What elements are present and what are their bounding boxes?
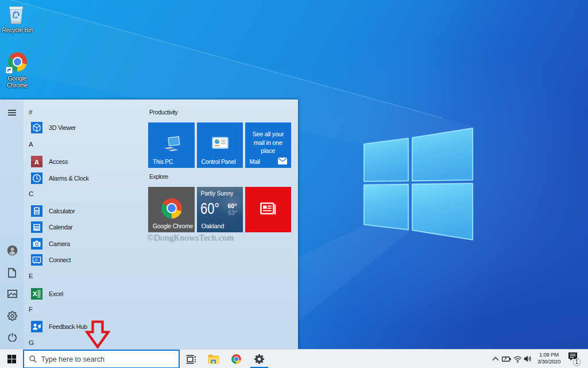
svg-text:A: A	[34, 158, 39, 165]
svg-text:X: X	[33, 290, 37, 297]
